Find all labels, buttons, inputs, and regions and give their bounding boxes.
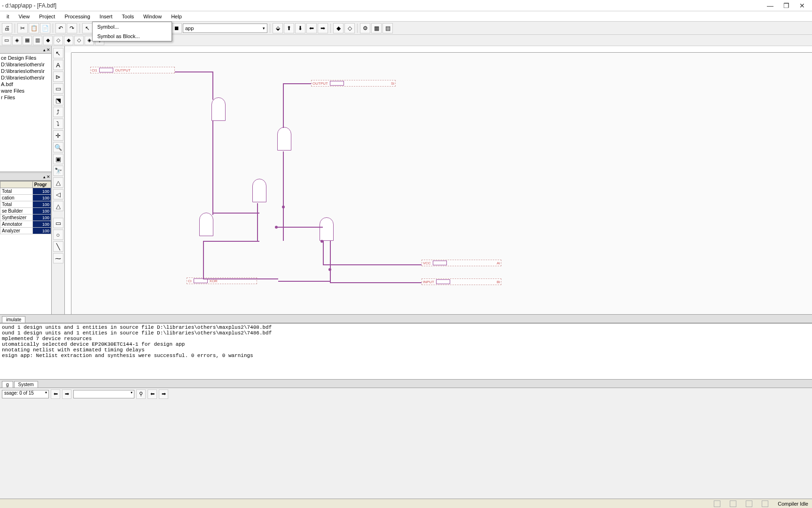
zoom-tool[interactable]: 🔍 — [53, 142, 63, 152]
paste-icon[interactable]: 📄 — [40, 23, 50, 33]
tool2-1[interactable]: ▭ — [2, 36, 11, 45]
insert-symbol[interactable]: Symbol... — [93, 22, 172, 32]
pin-shape — [330, 81, 344, 86]
diag-tool[interactable]: ╲ — [53, 241, 63, 252]
tab-simulate[interactable]: imulate — [2, 316, 25, 323]
menu-project[interactable]: Project — [34, 13, 60, 20]
output-pin-ci1[interactable]: Ci1 OUTPUT — [90, 67, 175, 73]
project-tree[interactable]: ce Design Files D:\libraries\others\r D:… — [0, 54, 51, 171]
menu-view[interactable]: View — [14, 13, 35, 20]
gate-xor-2[interactable] — [320, 217, 334, 241]
next-message-icon[interactable]: ➡ — [62, 389, 71, 399]
oval-tool[interactable]: ○ — [53, 230, 63, 240]
message-counter-combo[interactable]: ssage: 0 of 15 — [2, 390, 49, 398]
separator — [79, 24, 80, 33]
msg-tab-system[interactable]: System — [14, 381, 38, 388]
tool2-3[interactable]: ▦ — [23, 36, 32, 45]
tool2-5[interactable]: ◆ — [43, 36, 53, 45]
pointer-icon[interactable]: ↖ — [82, 23, 93, 33]
menu-window[interactable]: Window — [139, 13, 166, 20]
conduit-tool[interactable]: ⤵ — [53, 119, 63, 129]
tree-item[interactable]: ce Design Files — [1, 55, 50, 61]
find-tool[interactable]: 🔭 — [53, 166, 63, 176]
up-icon[interactable]: ⬆ — [284, 23, 294, 33]
menu-tools[interactable]: Tools — [117, 13, 139, 20]
copy-icon[interactable]: 📋 — [29, 23, 39, 33]
tool2-2[interactable]: ◈ — [12, 36, 22, 45]
tree-item[interactable]: D:\libraries\others\r — [1, 61, 50, 68]
tree-item[interactable]: D:\libraries\others\r — [1, 74, 50, 81]
tree-item[interactable]: ware Files — [1, 87, 50, 94]
tree-item[interactable]: D:\libraries\others\r — [1, 68, 50, 74]
navigator-collapse-icon[interactable]: ▴ — [43, 48, 46, 52]
stop-icon[interactable]: ⏹ — [172, 23, 182, 33]
project-combo[interactable]: app — [183, 24, 267, 33]
menu-processing[interactable]: Processing — [60, 13, 94, 20]
cut-icon[interactable]: ✂ — [17, 23, 28, 33]
tool2-7[interactable]: ◆ — [64, 36, 73, 45]
prev-message-icon[interactable]: ⬅ — [51, 389, 60, 399]
report-icon[interactable]: ▦ — [371, 23, 382, 33]
compiler-header: ▴ ✕ — [0, 173, 51, 181]
maximize-button[interactable]: ❐ — [778, 2, 794, 9]
left-icon[interactable]: ⬅ — [306, 23, 317, 33]
wire — [212, 121, 213, 215]
rotate-tool[interactable]: △ — [53, 201, 63, 211]
locate-icon[interactable]: ⚲ — [136, 389, 146, 399]
schematic-canvas[interactable]: Ci1 OUTPUT OUTPUT Si VCC Ai INPUT Bi — [71, 53, 812, 314]
compiler-close-icon[interactable]: ✕ — [47, 175, 50, 179]
redo-icon[interactable]: ↷ — [67, 23, 77, 33]
chip-icon[interactable]: ▤ — [383, 23, 393, 33]
gate-and-2[interactable] — [252, 179, 266, 202]
symbol-tool[interactable]: ⊳ — [53, 71, 63, 82]
settings-icon[interactable]: ⚙ — [360, 23, 370, 33]
search-combo[interactable] — [73, 390, 134, 398]
rect-tool[interactable]: ▭ — [53, 218, 63, 228]
menu-help[interactable]: Help — [166, 13, 187, 20]
wire — [212, 71, 213, 100]
drawing-palette: ↖ A ⊳ ▭ ⬔ ⤴ ⤵ ✛ 🔍 ▣ 🔭 △ ◁ △ ▭ ○ ╲ ⁓ — [52, 46, 65, 314]
gate-xor-1[interactable] — [277, 127, 291, 151]
text-tool[interactable]: A — [53, 60, 63, 70]
message-line: utomatically selected device EP20K30ETC1… — [2, 341, 810, 347]
tool2-8[interactable]: ◇ — [74, 36, 84, 45]
down-icon[interactable]: ⬇ — [295, 23, 305, 33]
bus-tool[interactable]: ⤴ — [53, 107, 63, 117]
input-pin-ai[interactable]: VCC Ai — [422, 260, 501, 266]
line-tool[interactable]: ⬔ — [53, 95, 63, 105]
arc-tool[interactable]: ⁓ — [53, 253, 63, 263]
compiler-collapse-icon[interactable]: ▴ — [43, 175, 46, 179]
simulate-icon[interactable]: ◇ — [344, 23, 355, 33]
navigator-header: ▴ ✕ — [0, 46, 51, 54]
back-icon[interactable]: ⬅ — [148, 389, 157, 399]
messages-panel[interactable]: ound 1 design units and 1 entities in so… — [0, 323, 812, 379]
undo-icon[interactable]: ↶ — [55, 23, 66, 33]
fullscreen-tool[interactable]: ▣ — [53, 154, 63, 164]
flip-h-tool[interactable]: △ — [53, 177, 63, 188]
gate-and-3[interactable] — [199, 213, 213, 236]
block-tool[interactable]: ▭ — [53, 83, 63, 94]
tree-item[interactable]: A.bdf — [1, 81, 50, 87]
insert-symbol-block[interactable]: Symbol as Block... — [93, 32, 172, 41]
msg-tab-processing[interactable]: g — [2, 381, 13, 388]
print-icon[interactable]: 🖨 — [2, 23, 12, 33]
minimize-button[interactable]: — — [762, 2, 778, 9]
tree-item[interactable]: r Files — [1, 94, 50, 101]
right-icon[interactable]: ➡ — [318, 23, 328, 33]
project-navigator: ▴ ✕ ce Design Files D:\libraries\others\… — [0, 46, 52, 314]
compile-icon[interactable]: ◆ — [333, 23, 344, 33]
menu-edit[interactable]: it — [2, 13, 14, 20]
navigator-close-icon[interactable]: ✕ — [47, 48, 50, 52]
fwd-icon[interactable]: ➡ — [159, 389, 168, 399]
input-pin-bi[interactable]: INPUT Bi — [422, 278, 501, 285]
close-button[interactable]: ✕ — [794, 2, 810, 9]
hierarchy-icon[interactable]: ⬙ — [273, 23, 283, 33]
menu-insert[interactable]: Insert — [95, 13, 117, 20]
tool2-6[interactable]: ◇ — [54, 36, 63, 45]
tool2-4[interactable]: ▥ — [33, 36, 42, 45]
junction-tool[interactable]: ✛ — [53, 130, 63, 141]
select-tool[interactable]: ↖ — [53, 48, 63, 58]
gate-and-1[interactable] — [211, 97, 226, 121]
output-pin-si[interactable]: OUTPUT Si — [311, 80, 396, 87]
flip-v-tool[interactable]: ◁ — [53, 189, 63, 199]
